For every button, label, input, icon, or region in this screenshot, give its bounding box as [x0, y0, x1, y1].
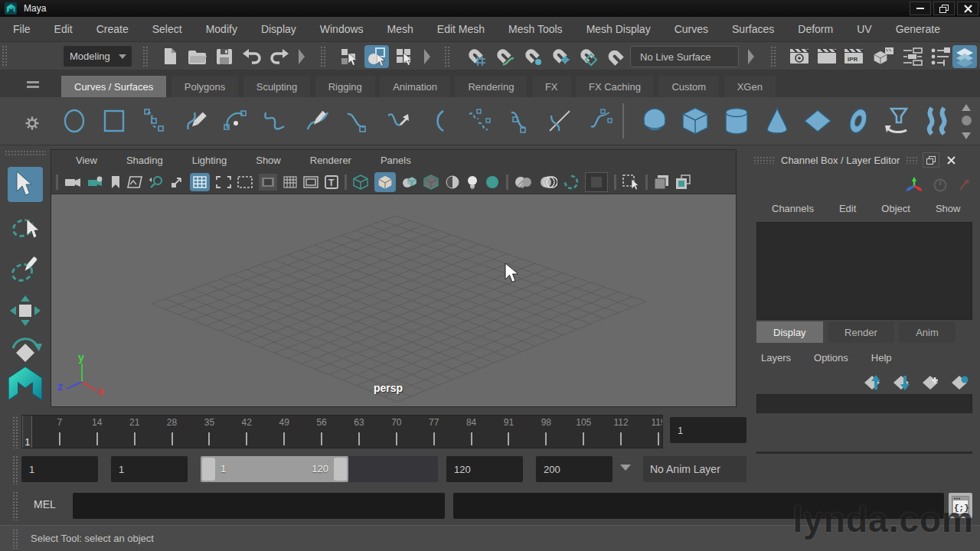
select-tool-button[interactable] — [8, 167, 43, 202]
collapse-section-arrow[interactable] — [297, 47, 306, 66]
shelf-tab-sculpting[interactable]: Sculpting — [243, 76, 310, 97]
shelf-detach-curves-button[interactable] — [505, 106, 534, 135]
shelf-extend-curve-button[interactable] — [384, 106, 413, 135]
channel-list-area[interactable] — [756, 222, 972, 320]
motion-blur-icon[interactable] — [539, 175, 557, 189]
status-line-grip[interactable] — [2, 45, 8, 67]
time-slider-grip[interactable] — [12, 416, 18, 448]
wireframe-on-shaded-icon[interactable] — [423, 174, 439, 190]
menu-generate[interactable]: Generate — [894, 23, 942, 35]
shelf-insert-knot-button[interactable] — [343, 106, 372, 135]
menu-create[interactable]: Create — [95, 23, 130, 35]
shelf-revolve-button[interactable] — [881, 105, 915, 137]
move-layer-up-button[interactable] — [862, 373, 884, 393]
make-live-button[interactable] — [576, 46, 600, 67]
shelf-tab-rigging[interactable]: Rigging — [315, 76, 375, 97]
snap-to-view-plane-button[interactable] — [603, 46, 626, 67]
cb-show-menu[interactable]: Show — [936, 203, 961, 214]
shelf-loft-button[interactable] — [922, 105, 956, 137]
shaded-display-toggle[interactable] — [374, 172, 396, 192]
viewport-menu-show[interactable]: Show — [254, 155, 283, 166]
menu-set-selector[interactable]: Modeling — [64, 46, 132, 67]
viewport-menu-lighting[interactable]: Lighting — [191, 155, 229, 166]
shelf-curve-editing-tool-button[interactable] — [586, 106, 616, 135]
exposure-box-icon[interactable] — [585, 172, 608, 192]
animation-end-field[interactable]: 200 — [536, 456, 612, 482]
rotate-tool-button[interactable] — [8, 334, 43, 369]
mel-result-field[interactable] — [453, 493, 944, 519]
minimize-button[interactable] — [910, 2, 931, 15]
shelf-scroll-up-button[interactable] — [959, 102, 974, 112]
create-empty-layer-button[interactable] — [920, 373, 942, 393]
render-settings-button[interactable] — [871, 46, 896, 67]
wireframe-display-icon[interactable] — [353, 174, 368, 190]
shelf-menu-icon[interactable] — [25, 80, 41, 89]
shelf-tab-fx-caching[interactable]: FX Caching — [576, 76, 654, 97]
select-camera-icon[interactable] — [64, 176, 81, 188]
shelf-nurbs-sphere-button[interactable] — [639, 105, 671, 137]
menu-file[interactable]: File — [11, 23, 32, 35]
anim-layer-field[interactable]: No Anim Layer — [643, 456, 746, 482]
cb-object-menu[interactable]: Object — [881, 203, 910, 214]
current-time-field[interactable]: 1 — [670, 417, 746, 443]
menu-windows[interactable]: Windows — [318, 23, 365, 35]
safe-title-text-icon[interactable]: T — [325, 175, 338, 189]
move-tool-button[interactable] — [8, 293, 43, 328]
menu-edit-mesh[interactable]: Edit Mesh — [436, 23, 486, 35]
open-scene-button[interactable] — [186, 47, 209, 66]
snap-to-projected-center-button[interactable] — [548, 46, 573, 67]
shelf-cut-curve-button[interactable] — [303, 106, 332, 135]
shelf-scroll-down-button[interactable] — [959, 130, 974, 141]
shelf-nurbs-square-button[interactable] — [100, 106, 129, 135]
command-line-grip[interactable] — [12, 491, 18, 520]
collapse-section-arrow[interactable] — [423, 47, 432, 66]
menu-mesh-tools[interactable]: Mesh Tools — [507, 23, 564, 35]
resolution-gate-icon[interactable] — [237, 176, 253, 188]
toolbox-grip[interactable] — [5, 150, 46, 156]
viewport-menu-shading[interactable]: Shading — [125, 155, 165, 166]
shadows-toggle-icon[interactable] — [485, 174, 500, 190]
layers-menu[interactable]: Layers — [761, 352, 791, 364]
range-start-handle[interactable] — [202, 458, 215, 481]
pan-zoom-icon[interactable] — [149, 175, 164, 189]
save-scene-button[interactable] — [214, 47, 235, 66]
range-slider-grip[interactable] — [12, 455, 18, 484]
new-scene-button[interactable] — [159, 47, 181, 66]
speed-state-icon[interactable] — [933, 178, 947, 192]
shelf-tab-custom[interactable]: Custom — [658, 76, 719, 97]
panel-grip[interactable] — [906, 156, 918, 164]
field-chart-icon[interactable] — [283, 176, 297, 188]
help-line-grip[interactable] — [12, 529, 18, 549]
panel-undock-button[interactable] — [923, 152, 939, 168]
panel-grip[interactable] — [753, 156, 775, 164]
collapse-section-arrow[interactable] — [746, 47, 756, 66]
viewport-menu-renderer[interactable]: Renderer — [309, 155, 353, 166]
shelf-intersect-curves-button[interactable] — [545, 106, 574, 135]
range-slider-active-range[interactable]: 1 120 — [201, 456, 348, 482]
separator-grip[interactable] — [142, 46, 149, 67]
playback-options-dropdown-icon[interactable] — [620, 465, 631, 471]
render-current-frame-button[interactable] — [816, 47, 839, 67]
viewport-layouts-teal-icon[interactable] — [675, 174, 691, 190]
grid-toggle[interactable] — [190, 173, 210, 191]
live-surface-field[interactable]: No Live Surface — [630, 46, 739, 67]
image-plane-icon[interactable] — [127, 176, 142, 188]
menu-select[interactable]: Select — [151, 23, 184, 35]
menu-mesh-display[interactable]: Mesh Display — [585, 23, 652, 35]
2d-pan-icon[interactable] — [170, 175, 184, 189]
tool-settings-toggle[interactable] — [929, 46, 952, 67]
shelf-tab-rendering[interactable]: Rendering — [455, 76, 527, 97]
snap-to-curve-button[interactable] — [492, 46, 517, 67]
channel-box-toggle[interactable] — [952, 45, 977, 68]
separator-grip[interactable] — [320, 46, 326, 67]
shelf-tab-curves-surfaces[interactable]: Curves / Surfaces — [61, 76, 166, 97]
shelf-nurbs-cylinder-button[interactable] — [720, 105, 753, 137]
current-time-indicator[interactable]: 1 — [22, 416, 32, 448]
time-slider[interactable]: 714212835424956637077849198105112119 1 — [21, 415, 663, 448]
shelf-nurbs-cube-button[interactable] — [679, 105, 711, 137]
viewport-layouts-icon[interactable] — [654, 174, 669, 190]
script-editor-button[interactable]: {;} — [949, 493, 972, 518]
shelf-curve-fillet-button[interactable] — [261, 106, 290, 135]
multisample-aa-icon[interactable] — [564, 174, 579, 190]
menu-edit[interactable]: Edit — [53, 23, 74, 35]
